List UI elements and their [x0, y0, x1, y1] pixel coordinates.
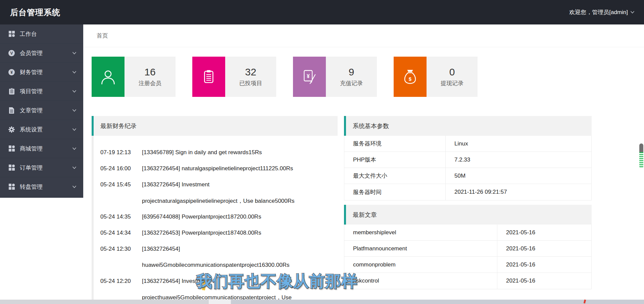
sidebar-item[interactable]: 文章管理: [0, 101, 83, 120]
table-row: 最大文件大小 50M: [344, 168, 591, 184]
record-text: [13632726454] Investment: [142, 181, 209, 188]
article-date: 2021-05-16: [497, 273, 591, 289]
record-time: 05-24 15:45: [100, 181, 142, 188]
record-text-continued: huawei5Gmobilecommunicationspatentprojec…: [142, 262, 289, 268]
articles-panel: 最新文章 membershiplevel 2021-05-16 Platfman…: [344, 205, 592, 289]
sidebar-item[interactable]: V 会员管理: [0, 44, 83, 63]
admin-dashboard: 后台管理系统 欢迎您，管理员[admin] 工作台 V 会员管理 ¥ 财务管理: [0, 0, 644, 304]
sidebar-item-icon: [8, 126, 15, 133]
article-title: riskcontrol: [344, 273, 497, 289]
chevron-down-icon: [72, 71, 77, 74]
sidebar-item[interactable]: 转盘管理: [0, 177, 83, 196]
table-row: riskcontrol 2021-05-16: [344, 273, 591, 289]
param-label: 服务器时间: [344, 184, 446, 200]
param-value: Linux: [446, 136, 591, 151]
param-label: 最大文件大小: [344, 168, 446, 184]
chevron-down-icon: [72, 147, 77, 150]
svg-text:¥: ¥: [307, 73, 310, 79]
right-column: 系统基本参数 服务器环境 Linux PHP版本 7.2.33 最大文件大小: [344, 116, 592, 289]
article-title: commonproblem: [344, 257, 497, 272]
sidebar-item[interactable]: 系统设置: [0, 120, 83, 139]
record-time: 05-24 16:00: [100, 165, 142, 172]
param-label: PHP版本: [344, 152, 446, 168]
bottom-strip: [0, 300, 644, 304]
breadcrumb-bar: 首页: [83, 24, 644, 47]
sidebar-item-label: 转盘管理: [20, 183, 72, 191]
system-params-table: 服务器环境 Linux PHP版本 7.2.33 最大文件大小 50M: [344, 136, 592, 200]
app-title: 后台管理系统: [10, 0, 60, 24]
record-text: [133456789] Sign in daily and get reward…: [142, 149, 262, 156]
chevron-down-icon: [72, 166, 77, 169]
video-subtitle-overlay: 我们再也不像从前那样: [196, 271, 357, 292]
top-header: 后台管理系统 欢迎您，管理员[admin]: [0, 0, 644, 24]
table-row: 服务器时间 2021-11-26 09:21:57: [344, 184, 591, 200]
sidebar-item[interactable]: 工作台: [0, 24, 83, 44]
scrollbar-thumb[interactable]: [639, 143, 643, 168]
stat-card-info: 16 注册会员: [125, 57, 176, 97]
sidebar-item-label: 财务管理: [20, 68, 72, 76]
table-row: commonproblem 2021-05-16: [344, 257, 591, 273]
sidebar-item-icon: [8, 164, 15, 171]
svg-text:V: V: [10, 51, 13, 55]
articles-table: membershiplevel 2021-05-16 Platfmannounc…: [344, 225, 592, 289]
scrollbar-thumb-stripes: [639, 152, 643, 168]
article-title: Platfmannouncement: [344, 241, 497, 256]
record-text: [13632726454]: [142, 246, 180, 252]
record-time: 05-24 14:34: [100, 230, 142, 236]
user-greeting: 欢迎您，管理员[admin]: [569, 8, 628, 16]
table-row: 服务器环境 Linux: [344, 136, 591, 152]
chevron-down-icon: [630, 11, 635, 14]
sidebar-item-label: 系统设置: [20, 126, 72, 133]
breadcrumb-home[interactable]: 首页: [97, 24, 108, 47]
stat-card-icon: $: [394, 57, 427, 97]
finance-record: 05-24 16:00 [13632726454] naturalgaspipe…: [100, 161, 338, 177]
sidebar-item-icon: [8, 145, 15, 152]
bottom-strip-segment: [209, 300, 231, 304]
article-date: 2021-05-16: [497, 257, 591, 272]
table-row: membershiplevel 2021-05-16: [344, 225, 591, 241]
param-value: 2021-11-26 09:21:57: [446, 184, 591, 200]
chevron-down-icon: [72, 185, 77, 188]
sidebar-item-icon: V: [8, 50, 15, 57]
stat-value: 9: [349, 66, 354, 78]
stat-card[interactable]: 16 注册会员: [92, 57, 176, 97]
user-dropdown[interactable]: 欢迎您，管理员[admin]: [569, 0, 635, 24]
stat-value: 0: [449, 66, 455, 78]
svg-text:$: $: [409, 76, 412, 82]
stat-card-info: 32 已投项目: [225, 57, 276, 97]
sidebar-item[interactable]: 商城管理: [0, 139, 83, 158]
stat-label: 已投项目: [239, 79, 262, 87]
chevron-down-icon: [72, 90, 77, 93]
sidebar-item-icon: ¥: [8, 69, 15, 76]
record-time: 05-24 12:20: [100, 278, 142, 285]
param-value: 50M: [446, 168, 591, 184]
sidebar-item[interactable]: 项目管理: [0, 82, 83, 101]
svg-text:¥: ¥: [10, 70, 13, 74]
stat-card[interactable]: ¥ 9 充值记录: [293, 57, 377, 97]
record-time: 05-24 14:35: [100, 214, 142, 220]
finance-record: 07-19 12:13 [133456789] Sign in daily an…: [100, 144, 338, 161]
stat-card[interactable]: 32 已投项目: [192, 57, 276, 97]
sidebar-item-label: 商城管理: [20, 145, 72, 153]
sidebar-item-label: 会员管理: [20, 49, 72, 57]
chevron-down-icon: [72, 109, 77, 112]
record-time: 07-19 12:13: [100, 149, 142, 156]
article-date: 2021-05-16: [497, 241, 591, 256]
stat-card[interactable]: $ 0 提现记录: [394, 57, 478, 97]
stat-label: 注册会员: [139, 79, 161, 87]
record-text: [13632726453] Powerplantproject187408.00…: [142, 230, 261, 236]
stat-card-icon: [192, 57, 225, 97]
sidebar-item[interactable]: ¥ 财务管理: [0, 63, 83, 82]
param-label: 服务器环境: [344, 136, 446, 151]
stat-value: 32: [245, 66, 256, 78]
stat-card-icon: [92, 57, 125, 97]
sidebar-item[interactable]: 订单管理: [0, 158, 83, 177]
sidebar-item-label: 项目管理: [20, 87, 72, 95]
stat-label: 充值记录: [340, 79, 363, 87]
sidebar-item-icon: [8, 107, 15, 114]
system-panel: 系统基本参数 服务器环境 Linux PHP版本 7.2.33 最大文件大小: [344, 116, 592, 200]
chevron-down-icon: [72, 52, 77, 55]
stat-label: 提现记录: [441, 79, 463, 87]
stat-card-info: 0 提现记录: [427, 57, 478, 97]
stat-cards: 16 注册会员 32 已投项目 ¥ 9 充值记录: [92, 57, 478, 97]
